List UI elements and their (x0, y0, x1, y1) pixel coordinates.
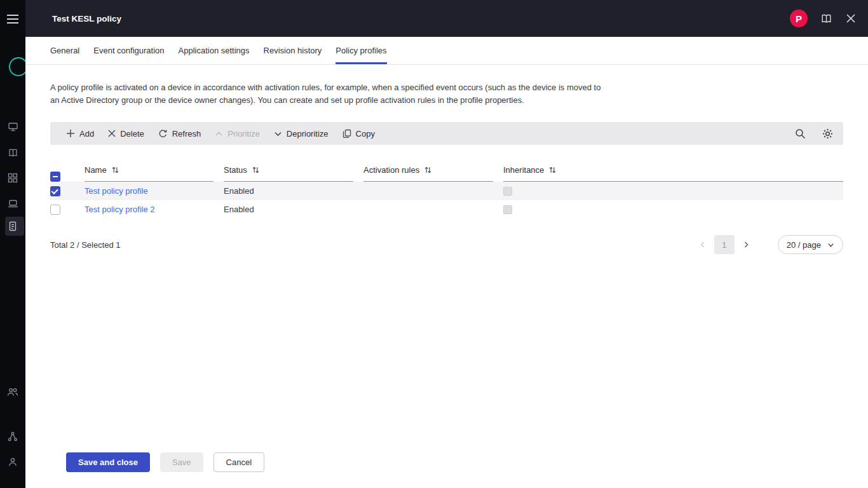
cancel-button[interactable]: Cancel (214, 452, 264, 472)
policy-profiles-description: A policy profile is activated on a devic… (50, 81, 604, 107)
tab-event-configuration[interactable]: Event configuration (93, 37, 164, 64)
refresh-button-label: Refresh (172, 129, 201, 139)
pagination: 1 20 / page (694, 235, 843, 254)
delete-button-label: Delete (120, 129, 144, 139)
rail-item-monitor-icon[interactable] (0, 116, 25, 137)
rail-item-document-icon[interactable] (0, 216, 25, 236)
left-rail (0, 0, 25, 488)
row-checkbox[interactable] (50, 186, 60, 196)
search-icon[interactable] (794, 127, 807, 140)
inheritance-checkbox (503, 187, 512, 196)
sort-icon (548, 166, 557, 174)
profile-link[interactable]: Test policy profile 2 (85, 205, 155, 214)
column-header-activation-rules[interactable]: Activation rules (363, 165, 493, 182)
documentation-book-icon[interactable] (819, 12, 834, 25)
rail-item-book-icon[interactable] (0, 142, 25, 163)
table-toolbar: Add Delete Refresh Prioritize Deprioriti… (50, 122, 843, 145)
window-header: Test KESL policy P (25, 0, 868, 37)
tab-revision-history[interactable]: Revision history (264, 37, 322, 64)
app-window: Test KESL policy P General Event configu… (0, 0, 868, 488)
rail-item-laptop-icon[interactable] (0, 193, 25, 214)
selection-summary: Total 2 / Selected 1 (50, 240, 121, 250)
dialog-actions: Save and close Save Cancel (50, 452, 843, 488)
status-value: Enabled (224, 186, 254, 196)
policy-profiles-table: Name Status Activation (50, 158, 843, 219)
tab-general[interactable]: General (50, 37, 79, 64)
copy-button[interactable]: Copy (336, 122, 382, 145)
add-button[interactable]: Add (59, 122, 101, 145)
save-button: Save (160, 452, 203, 472)
row-checkbox[interactable] (50, 205, 60, 215)
rail-item-hierarchy-icon[interactable] (0, 426, 25, 447)
add-button-label: Add (79, 129, 94, 139)
deprioritize-button[interactable]: Deprioritize (267, 122, 336, 145)
rail-item-user-icon[interactable] (0, 452, 25, 472)
refresh-button[interactable]: Refresh (151, 122, 208, 145)
sort-icon (111, 166, 119, 174)
hamburger-menu-icon[interactable] (0, 9, 25, 29)
close-icon[interactable] (845, 13, 857, 24)
prioritize-button-label: Prioritize (227, 129, 260, 139)
column-header-inheritance[interactable]: Inheritance (503, 165, 843, 182)
gear-icon[interactable] (821, 127, 834, 140)
rail-item-grid-icon[interactable] (0, 168, 25, 188)
table-footer: Total 2 / Selected 1 1 20 / page (50, 235, 843, 254)
tab-application-settings[interactable]: Application settings (179, 37, 250, 64)
delete-button[interactable]: Delete (101, 122, 151, 145)
prioritize-button: Prioritize (208, 122, 267, 145)
page-size-value: 20 / page (787, 240, 821, 250)
profile-link[interactable]: Test policy profile (85, 186, 148, 196)
copy-button-label: Copy (356, 129, 375, 139)
column-header-status[interactable]: Status (224, 165, 353, 182)
sort-icon (252, 166, 260, 174)
brand-logo-icon (9, 57, 25, 76)
window-title: Test KESL policy (52, 14, 121, 24)
table-header-row: Name Status Activation (50, 158, 843, 182)
tab-bar: General Event configuration Application … (25, 37, 868, 65)
chevron-down-icon (827, 241, 834, 248)
next-page-icon[interactable] (737, 238, 755, 251)
sort-icon (424, 166, 432, 174)
select-all-checkbox[interactable] (50, 172, 60, 182)
table-row[interactable]: Test policy profile 2 Enabled (50, 200, 843, 219)
previous-page-icon (694, 238, 712, 251)
product-badge-icon: P (790, 10, 808, 27)
save-and-close-button[interactable]: Save and close (66, 452, 150, 472)
tab-policy-profiles[interactable]: Policy profiles (336, 37, 386, 64)
status-value: Enabled (224, 205, 254, 214)
inheritance-checkbox (503, 205, 512, 214)
rail-item-users-icon[interactable] (0, 382, 25, 402)
page-size-select[interactable]: 20 / page (778, 235, 843, 254)
table-row[interactable]: Test policy profile Enabled (50, 182, 843, 200)
column-header-name[interactable]: Name (85, 165, 214, 182)
deprioritize-button-label: Deprioritize (287, 129, 329, 139)
page-number-button[interactable]: 1 (714, 235, 735, 254)
